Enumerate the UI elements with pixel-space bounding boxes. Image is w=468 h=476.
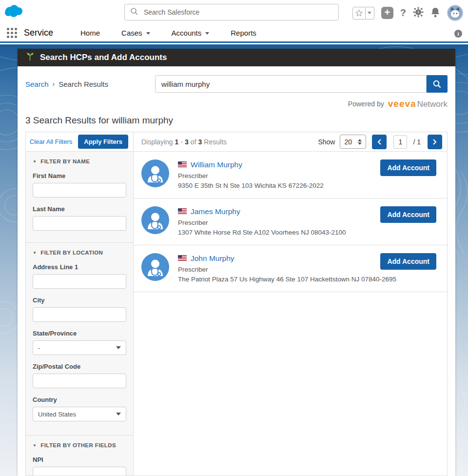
us-flag-icon: [178, 254, 187, 263]
nav-item-reports[interactable]: Reports: [231, 29, 256, 37]
panel-title-bar: Search HCPs and Add Accounts: [18, 49, 455, 66]
page-total: / 1: [413, 138, 421, 146]
salesforce-logo: [4, 3, 24, 20]
notifications-bell-icon[interactable]: [430, 7, 440, 20]
hcp-search-button[interactable]: [427, 75, 448, 93]
show-label: Show: [318, 138, 335, 146]
setup-gear-icon[interactable]: [413, 7, 424, 20]
collapse-triangle-icon: ▼: [33, 251, 37, 255]
zip-postal-code-input[interactable]: [33, 374, 126, 388]
last-name-input[interactable]: [33, 216, 126, 231]
app-launcher-icon[interactable]: [7, 28, 17, 38]
country-label: Country: [33, 396, 126, 403]
doctor-avatar-icon: [141, 159, 169, 187]
leaf-icon: [25, 52, 35, 63]
previous-page-button[interactable]: [372, 135, 387, 149]
chevron-down-icon: [205, 32, 209, 35]
first-name-input[interactable]: [33, 183, 126, 198]
app-name: Service: [24, 28, 53, 38]
breadcrumb-separator-icon: ›: [53, 80, 55, 88]
hcp-search-panel: Search HCPs and Add Accounts Search › Se…: [18, 49, 455, 476]
filter-section-other: ▼ FILTER BY OTHER FIELDS NPI: [26, 435, 133, 476]
add-account-button[interactable]: Add Account: [380, 253, 436, 270]
nav-item-accounts[interactable]: Accounts: [172, 29, 210, 37]
hcp-name-link[interactable]: James Murphy: [191, 207, 240, 216]
npi-input[interactable]: [33, 467, 126, 476]
global-search-box[interactable]: Search Salesforce: [124, 4, 339, 20]
result-row: William Murphy Prescriber 9350 E 35th St…: [134, 152, 447, 198]
filter-section-location-header[interactable]: ▼ FILTER BY LOCATION: [33, 250, 126, 256]
favorites-menu-button[interactable]: [366, 7, 374, 20]
global-header: Search Salesforce + ?: [0, 0, 468, 24]
results-box: Clear All Filters Apply Filters Displayi…: [25, 132, 448, 476]
info-icon[interactable]: i: [454, 30, 462, 38]
collapse-triangle-icon: ▼: [33, 443, 37, 448]
state-province-label: State/Province: [33, 330, 126, 337]
user-avatar[interactable]: [447, 5, 463, 21]
hcp-address: 1307 White Horse Rd Ste A102 Voorhees NJ…: [178, 229, 439, 236]
select-caret-icon: [116, 346, 121, 349]
hcp-address: 9350 E 35th St N Ste 103 Wichita KS 6722…: [178, 182, 439, 189]
chevron-down-icon: [146, 32, 150, 35]
hcp-name-link[interactable]: John Murphy: [191, 254, 234, 263]
global-search-placeholder: Search Salesforce: [144, 8, 199, 16]
us-flag-icon: [178, 207, 187, 216]
breadcrumb-current: Search Results: [58, 80, 108, 88]
hcp-name-link[interactable]: William Murphy: [191, 160, 242, 169]
last-name-label: Last Name: [33, 205, 126, 213]
doctor-avatar-icon: [141, 253, 169, 281]
result-row: James Murphy Prescriber 1307 White Horse…: [134, 198, 447, 245]
nav-item-cases[interactable]: Cases: [121, 29, 150, 37]
add-account-button[interactable]: Add Account: [380, 159, 436, 176]
filter-sidebar: ▼ FILTER BY NAME First Name Last Name: [26, 152, 134, 476]
state-province-select[interactable]: -: [33, 340, 126, 355]
result-list: William Murphy Prescriber 9350 E 35th St…: [134, 152, 447, 476]
zip-postal-code-label: Zip/Postal Code: [33, 363, 126, 370]
page-size-select[interactable]: 20: [340, 135, 366, 149]
city-input[interactable]: [33, 307, 126, 322]
displaying-count: Displaying1-3of3Results: [141, 138, 227, 146]
apply-filters-button[interactable]: Apply Filters: [78, 135, 128, 149]
powered-by-label: Powered by: [348, 100, 384, 108]
powered-by: Powered by veevaNetwork: [25, 99, 448, 109]
address-line-1-label: Address Line 1: [33, 263, 126, 271]
help-icon[interactable]: ?: [400, 7, 406, 19]
global-actions-button[interactable]: +: [381, 7, 393, 19]
hcp-search-input[interactable]: [155, 75, 427, 93]
filter-section-location: ▼ FILTER BY LOCATION Address Line 1 City: [26, 242, 133, 435]
page-title: Search HCPs and Add Accounts: [40, 53, 167, 62]
clear-all-filters-link[interactable]: Clear All Filters: [30, 138, 72, 145]
results-toolbar: Clear All Filters Apply Filters Displayi…: [26, 132, 447, 152]
address-line-1-input[interactable]: [33, 274, 126, 289]
collapse-triangle-icon: ▼: [33, 159, 37, 164]
nav-item-home[interactable]: Home: [80, 29, 100, 37]
select-caret-icon: [116, 413, 121, 416]
hcp-address: The Patriot Plaza 57 Us Highway 46 Ste 1…: [178, 276, 439, 283]
doctor-avatar-icon: [141, 206, 169, 234]
filter-section-name-header[interactable]: ▼ FILTER BY NAME: [33, 159, 126, 164]
results-heading: 3 Search Results for william murphy: [25, 115, 448, 126]
page-number-input[interactable]: [393, 135, 407, 149]
veeva-network-logo: veevaNetwork: [388, 99, 448, 109]
city-label: City: [33, 297, 126, 304]
filter-section-name: ▼ FILTER BY NAME First Name Last Name: [26, 152, 133, 242]
npi-label: NPI: [33, 456, 126, 463]
first-name-label: First Name: [33, 172, 126, 179]
breadcrumb-search-link[interactable]: Search: [25, 80, 49, 88]
add-account-button[interactable]: Add Account: [380, 206, 436, 223]
country-select[interactable]: United States: [33, 407, 126, 421]
favorite-star-button[interactable]: [352, 7, 366, 20]
us-flag-icon: [178, 160, 187, 169]
next-page-button[interactable]: [428, 135, 442, 149]
search-icon: [131, 8, 138, 17]
filter-section-other-header[interactable]: ▼ FILTER BY OTHER FIELDS: [33, 442, 126, 448]
stepper-arrows-icon: [358, 139, 362, 145]
app-nav-bar: Service Home Cases Accounts Reports i: [0, 24, 468, 43]
favorites-control: [352, 7, 374, 20]
breadcrumb: Search › Search Results: [25, 80, 155, 88]
result-row: John Murphy Prescriber The Patriot Plaza…: [134, 245, 447, 292]
